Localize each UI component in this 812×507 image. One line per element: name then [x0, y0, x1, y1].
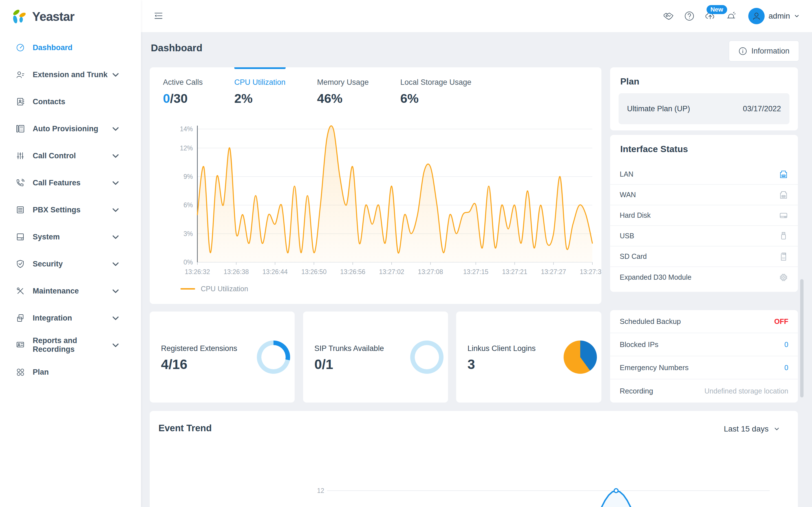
cpu-utilization-chart: 0%3%6%9%12%14%13:26:3213:26:3813:26:4413… [150, 110, 601, 283]
event-trend-heading: Event Trend [158, 423, 212, 434]
blocked-ips-row: Blocked IPs 0 [610, 333, 798, 356]
linkus-logins-value: 3 [467, 356, 475, 372]
partner-handshake-icon[interactable] [663, 11, 674, 21]
svg-text:13:27:08: 13:27:08 [418, 268, 443, 276]
main-content: Dashboard Information Active Calls 0/30 … [141, 32, 812, 507]
storage-value: 6% [400, 91, 471, 106]
call-control-icon [16, 151, 25, 160]
menu-fold-icon [153, 11, 163, 20]
tab-cpu-utilization[interactable]: CPU Utilization 2% [234, 67, 286, 106]
interface-row-expanded-d30-module: Expanded D30 Module [610, 267, 798, 288]
scheduled-backup-row: Scheduled Backup OFF [610, 310, 798, 333]
plan-card: Plan Ultimate Plan (UP) 03/17/2022 [610, 67, 798, 130]
svg-text:13:26:44: 13:26:44 [262, 268, 288, 276]
usb-icon [779, 231, 788, 241]
information-button[interactable]: Information [729, 41, 799, 61]
chevron-down-icon [111, 286, 120, 295]
active-calls-value: 0/30 [163, 91, 203, 106]
user-icon [752, 11, 761, 20]
blocked-ips-count[interactable]: 0 [784, 341, 788, 349]
svg-text:13:27:21: 13:27:21 [502, 268, 527, 276]
maintenance-tools-icon [16, 286, 25, 295]
yeastar-logo-icon [10, 7, 28, 26]
interface-row-hard-disk: Hard Disk [610, 205, 798, 226]
chevron-down-icon [111, 314, 120, 323]
svg-text:6%: 6% [184, 202, 193, 209]
system-stats-card: Active Calls 0/30 CPU Utilization 2% Mem… [150, 67, 601, 304]
event-trend-range-select[interactable]: Last 15 days [724, 425, 780, 434]
sidebar-item-maintenance[interactable]: Maintenance [0, 277, 141, 304]
ethernet-icon [779, 170, 788, 179]
scrollbar-thumb[interactable] [800, 279, 804, 397]
tab-memory-usage[interactable]: Memory Usage 46% [317, 67, 369, 106]
chevron-down-icon [111, 232, 120, 241]
username: admin [769, 11, 790, 20]
sidebar-item-extension-and-trunk[interactable]: Extension and Trunk [0, 61, 141, 88]
svg-text:13:26:50: 13:26:50 [301, 268, 327, 276]
sidebar-item-auto-provisioning[interactable]: Auto Provisioning [0, 115, 141, 142]
tab-local-storage-usage[interactable]: Local Storage Usage 6% [400, 67, 471, 106]
sidebar-nav: Dashboard Extension and Trunk Contacts A… [0, 34, 141, 386]
plan-icon [16, 368, 25, 377]
recording-status: Undefined storage location [705, 387, 788, 395]
interface-status-card: Interface Status LAN WAN Hard Disk [610, 135, 798, 292]
sidebar-item-system[interactable]: System [0, 223, 141, 250]
ethernet-icon [779, 190, 788, 200]
top-header: New admin [141, 0, 812, 32]
whats-new-icon[interactable]: New [705, 11, 716, 21]
system-icon [16, 232, 25, 241]
chevron-down-icon [794, 13, 800, 19]
svg-text:12%: 12% [180, 145, 193, 152]
sip-trunks-donut-chart [410, 341, 444, 374]
svg-text:13:26:38: 13:26:38 [223, 268, 249, 276]
help-icon[interactable] [684, 11, 695, 21]
interface-row-usb: USB [610, 226, 798, 246]
emergency-numbers-count[interactable]: 0 [784, 363, 788, 372]
interface-row-wan: WAN [610, 185, 798, 205]
sidebar-item-pbx-settings[interactable]: PBX Settings [0, 196, 141, 223]
alarm-icon[interactable] [726, 11, 737, 21]
svg-text:14%: 14% [180, 125, 193, 133]
integration-icon [16, 314, 25, 323]
scheduled-backup-status: OFF [774, 318, 788, 326]
dashboard-icon [16, 43, 25, 52]
sidebar: Yeastar Dashboard Extension and Trunk Co… [0, 0, 141, 507]
cpu-legend[interactable]: CPU Utilization [181, 285, 248, 293]
contacts-icon [16, 97, 25, 106]
auto-provisioning-icon [16, 124, 25, 133]
plan-heading: Plan [610, 67, 798, 87]
sidebar-item-security[interactable]: Security [0, 250, 141, 277]
chevron-down-icon [774, 426, 780, 432]
brand-logo: Yeastar [0, 0, 141, 26]
sidebar-item-dashboard[interactable]: Dashboard [0, 34, 141, 61]
linkus-client-logins-card: Linkus Client Logins 3 [456, 312, 601, 402]
sidebar-item-call-control[interactable]: Call Control [0, 142, 141, 169]
collapse-sidebar-button[interactable] [153, 11, 163, 21]
svg-text:13:27:33: 13:27:33 [580, 268, 601, 276]
pbx-settings-icon [16, 205, 25, 214]
page-title: Dashboard [151, 42, 202, 54]
svg-text:9%: 9% [184, 173, 193, 180]
sidebar-item-call-features[interactable]: Call Features [0, 169, 141, 196]
tab-active-calls[interactable]: Active Calls 0/30 [163, 67, 203, 106]
sidebar-item-integration[interactable]: Integration [0, 304, 141, 332]
brand-name: Yeastar [32, 10, 74, 24]
user-menu[interactable]: admin [748, 8, 800, 24]
chevron-down-icon [111, 260, 120, 269]
chevron-down-icon [111, 178, 120, 187]
svg-text:SD: SD [782, 257, 785, 260]
interface-row-lan: LAN [610, 164, 798, 185]
svg-text:13:27:02: 13:27:02 [379, 268, 404, 276]
chip-icon [779, 273, 788, 282]
plan-row: Ultimate Plan (UP) 03/17/2022 [619, 93, 790, 124]
svg-text:12: 12 [317, 487, 324, 494]
memory-value: 46% [317, 91, 369, 106]
sidebar-item-contacts[interactable]: Contacts [0, 88, 141, 115]
chevron-down-icon [111, 205, 120, 214]
emergency-numbers-row: Emergency Numbers 0 [610, 356, 798, 379]
sidebar-item-reports-and-recordings[interactable]: Reports and Recordings [0, 332, 141, 358]
chevron-down-icon [111, 151, 120, 160]
system-status-card: Scheduled Backup OFF Blocked IPs 0 Emerg… [610, 310, 798, 402]
svg-text:0%: 0% [184, 259, 193, 266]
sidebar-item-plan[interactable]: Plan [0, 358, 141, 386]
